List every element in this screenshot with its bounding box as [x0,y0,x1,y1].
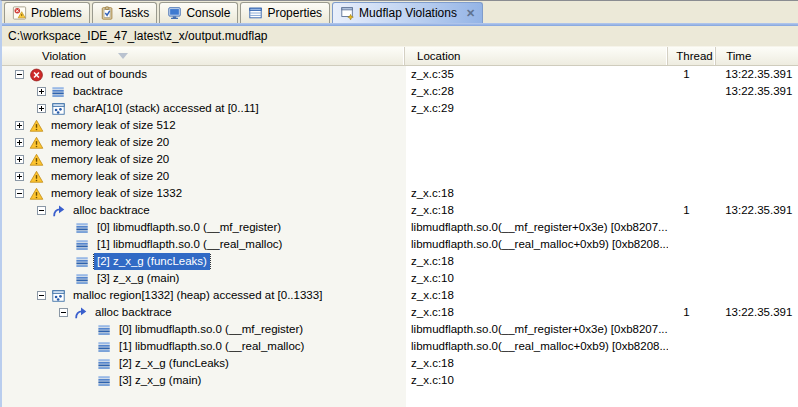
table-header: Violation Location Thread Time [2,47,798,66]
time-cell [716,219,798,236]
expand-icon[interactable] [15,155,24,164]
time-cell [716,151,798,168]
tree-row[interactable]: memory leak of size 20 [2,168,798,185]
tree-row[interactable]: alloc backtracez_x.c:18113:22.35.391 [2,202,798,219]
location-cell: z_x.c:10 [405,372,668,389]
thread-cell: 1 [668,304,716,321]
violation-cell: [3] z_x_g (main) [2,372,405,389]
tab-properties[interactable]: Properties [240,2,330,23]
expand-icon[interactable] [15,172,24,181]
tab-label: Tasks [119,6,150,20]
thread-cell [668,168,716,185]
tree-row[interactable]: [2] z_x_g (funcLeaks)z_x.c:18 [2,355,798,372]
warning-icon [29,170,44,184]
violation-label: [0] libmudflapth.so.0 (__mf_register) [116,321,306,338]
thread-cell: 1 [668,66,716,83]
tab-tasks[interactable]: Tasks [92,2,158,23]
violation-label: [2] z_x_g (funcLeaks) [116,355,232,372]
location-cell: z_x.c:29 [405,100,668,117]
violation-label: malloc region[1332] (heap) accessed at [… [70,287,325,304]
alloc-backtrace-icon [73,306,88,320]
tasks-icon [100,6,115,20]
thread-cell [668,287,716,304]
violation-label: [3] z_x_g (main) [116,372,204,389]
tab-mudflap-violations[interactable]: Mudflap Violations✕ [332,2,483,23]
column-header-violation[interactable]: Violation [2,47,405,65]
time-cell [716,287,798,304]
tree-row[interactable]: memory leak of size 512 [2,117,798,134]
collapse-icon[interactable] [59,308,68,317]
expand-icon[interactable] [15,121,24,130]
tree-row[interactable]: backtracez_x.c:2813:22.35.391 [2,83,798,100]
violation-label: [1] libmudflapth.so.0 (__real_malloc) [116,338,307,355]
thread-cell [668,338,716,355]
location-cell: libmudflapth.so.0(__real_malloc+0xb9) [0… [405,236,668,253]
tab-problems[interactable]: Problems [4,2,90,23]
backtrace-icon [97,340,112,354]
view-tab-bar: ProblemsTasksConsolePropertiesMudflap Vi… [2,1,798,23]
collapse-icon[interactable] [37,291,46,300]
tree-row[interactable]: [2] z_x_g (funcLeaks)z_x.c:18 [2,253,798,270]
violations-tree: read out of boundsz_x.c:35113:22.35.391b… [2,66,798,407]
tab-console[interactable]: Console [159,2,238,23]
tree-row[interactable]: alloc backtracez_x.c:18113:22.35.391 [2,304,798,321]
column-header-time-label: Time [726,50,751,62]
time-cell [716,338,798,355]
column-header-thread[interactable]: Thread [668,47,716,65]
location-cell: libmudflapth.so.0(__real_malloc+0xb9) [0… [405,338,668,355]
violation-cell: memory leak of size 20 [2,168,405,185]
location-cell: libmudflapth.so.0(__mf_register+0x3e) [0… [405,219,668,236]
collapse-icon[interactable] [37,206,46,215]
tab-label: Problems [31,6,82,20]
tree-row[interactable]: read out of boundsz_x.c:35113:22.35.391 [2,66,798,83]
close-tab-icon[interactable]: ✕ [466,8,475,19]
time-cell: 13:22.35.391 [716,83,798,100]
time-cell [716,168,798,185]
location-cell [405,151,668,168]
mudflap-violations-icon [340,6,355,20]
warning-icon [29,153,44,167]
tree-row[interactable]: [3] z_x_g (main)z_x.c:10 [2,372,798,389]
violation-label: charA[10] (stack) accessed at [0..11] [70,100,262,117]
tree-row[interactable]: [1] libmudflapth.so.0 (__real_malloc)lib… [2,338,798,355]
column-header-location[interactable]: Location [405,47,668,65]
expand-icon[interactable] [15,138,24,147]
column-header-time[interactable]: Time [716,47,798,65]
violation-label: read out of bounds [48,66,150,83]
tree-row[interactable]: [3] z_x_g (main)z_x.c:10 [2,270,798,287]
violation-label: memory leak of size 20 [48,151,172,168]
violation-cell: memory leak of size 20 [2,151,405,168]
tab-label: Mudflap Violations [359,6,457,20]
collapse-icon[interactable] [15,189,24,198]
tree-row[interactable]: [0] libmudflapth.so.0 (__mf_register)lib… [2,219,798,236]
tree-row[interactable]: [0] libmudflapth.so.0 (__mf_register)lib… [2,321,798,338]
violation-cell: read out of bounds [2,66,405,83]
time-cell [716,185,798,202]
violation-cell: memory leak of size 512 [2,117,405,134]
tree-row[interactable]: memory leak of size 20 [2,134,798,151]
expand-icon[interactable] [37,104,46,113]
thread-cell [668,236,716,253]
tree-row[interactable]: [1] libmudflapth.so.0 (__real_malloc)lib… [2,236,798,253]
location-cell [405,168,668,185]
warning-icon [29,187,44,201]
thread-cell [668,134,716,151]
tree-row[interactable]: malloc region[1332] (heap) accessed at [… [2,287,798,304]
column-header-violation-label: Violation [42,50,86,62]
file-path-bar: C:\workspace_IDE_47_latest\z_x/output.mu… [2,26,798,47]
location-cell: z_x.c:28 [405,83,668,100]
time-cell [716,270,798,287]
violation-label: memory leak of size 1332 [48,185,185,202]
column-header-thread-label: Thread [676,50,712,62]
tree-row[interactable]: memory leak of size 1332z_x.c:18 [2,185,798,202]
tree-row[interactable]: memory leak of size 20 [2,151,798,168]
thread-cell [668,185,716,202]
expand-icon[interactable] [37,87,46,96]
thread-cell [668,355,716,372]
collapse-icon[interactable] [15,70,24,79]
violation-cell: [0] libmudflapth.so.0 (__mf_register) [2,321,405,338]
time-cell [716,321,798,338]
thread-cell [668,117,716,134]
violation-label: memory leak of size 512 [48,117,179,134]
tree-row[interactable]: charA[10] (stack) accessed at [0..11]z_x… [2,100,798,117]
